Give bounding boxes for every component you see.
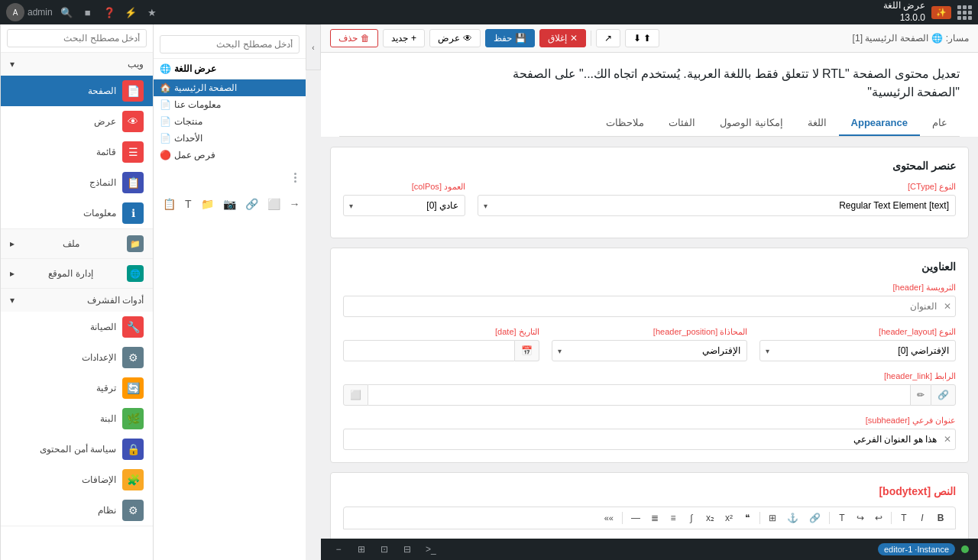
tree-item-events[interactable]: الأحداث 📄 [154,130,306,147]
editor-btn-italic[interactable]: I [914,510,931,526]
link-icon-button[interactable]: 🔗 [931,384,956,406]
status-expand[interactable]: ⊞ [353,542,370,556]
tree-action-1[interactable]: → [287,195,303,213]
header-align-select[interactable]: الإفتراضي [552,340,748,361]
sidebar-item-page[interactable]: الصفحة 📄 [1,76,153,106]
tab-access[interactable]: إمكانية الوصول [708,111,795,136]
status-terminal[interactable]: >_ [422,542,440,556]
sidebar-section-file-header[interactable]: ▸ ملف 📁 [1,229,153,258]
link-edit-button[interactable]: ✏ [910,384,931,406]
editor-btn-table[interactable]: ⊞ [764,510,781,526]
instance-badge[interactable]: editor-1 ·Instance [878,543,955,555]
external-link-button[interactable]: ↗ [596,29,620,47]
sidebar-item-environment[interactable]: البنة 🌿 [1,403,153,434]
editor-btn-align-left[interactable]: ≡ [665,510,682,526]
status-minimize[interactable]: − [330,542,347,556]
tree-item-products[interactable]: منتجات 📄 [154,113,306,130]
sidebar-section-web-header[interactable]: ▾ ويب [1,53,153,76]
tree-menu[interactable] [154,163,306,192]
tree-action-3[interactable]: 🔗 [242,195,261,213]
date-input[interactable] [343,340,515,361]
sidebar-item-system[interactable]: نظام ⚙ [1,495,153,526]
bookmark-icon[interactable]: ★ [144,5,160,20]
header-field-group: الترويسة [header] ✕ [343,282,956,317]
tab-general[interactable]: عام [920,111,960,136]
tree-root[interactable]: عرض اللغة 🌐 [154,59,306,79]
editor-btn-format[interactable]: T [834,510,850,526]
sidebar-item-settings[interactable]: الإعدادات ⚙ [1,342,153,373]
editor-btn-redo[interactable]: ↪ [852,510,869,526]
tree-item-about[interactable]: معلومات عنا 📄 [154,96,306,113]
apps-grid-icon[interactable] [957,5,972,20]
tab-appearance[interactable]: Appearance [839,111,920,136]
editor-btn-text[interactable]: T [895,510,912,526]
tree-action-7[interactable]: 📋 [160,195,179,213]
editor-sep-3 [759,512,760,524]
collapse-tree-button[interactable]: ‹ [306,24,321,70]
tree-action-5[interactable]: 📁 [198,195,217,213]
tree-item-jobs[interactable]: فرص عمل 🔴 [154,147,306,163]
col-select[interactable]: عادي [0] [343,195,465,216]
tree-action-4[interactable]: 📷 [220,195,239,213]
editor-btn-anchor[interactable]: ⚓ [782,510,803,526]
body-title: النص [bodytext] [343,485,956,497]
new-button[interactable]: + جديد [383,29,425,47]
editor-btn-align-right[interactable]: ≣ [646,510,663,526]
grid-view-icon[interactable]: ■ [80,5,96,20]
sidebar-item-list[interactable]: قائمة ☰ [1,137,153,167]
share-button[interactable]: ⬆ ⬇ [625,29,659,47]
editor-btn-bold[interactable]: B [932,510,949,526]
header-clear-button[interactable]: ✕ [944,301,951,312]
tree-action-6[interactable]: T [182,195,195,213]
editor-btn-blockquote[interactable]: ❝ [739,510,756,526]
editor-btn-more[interactable]: »» [600,511,618,525]
subheader-clear-button[interactable]: ✕ [944,434,951,445]
close-button[interactable]: ✕ ✕ إغلاق إغلاق [539,29,586,47]
editor-btn-special[interactable]: ∫ [683,510,700,526]
lang-badge: ✨ [931,6,951,19]
delete-button[interactable]: 🗑 حذف [330,29,378,47]
admin-user[interactable]: A admin [6,3,53,21]
status-restore[interactable]: ⊡ [376,542,393,556]
close-icon: ✕ [570,33,578,44]
sidebar-item-maintenance[interactable]: الصيانة 🔧 [1,312,153,342]
link-input[interactable] [368,384,910,406]
sidebar-section-site-header[interactable]: ▸ إدارة الموقع 🌐 [1,259,153,288]
sidebar-item-templates[interactable]: النماذج 📋 [1,167,153,198]
type-select[interactable]: Regular Text Element [text] [478,195,956,216]
view-button[interactable]: 👁 عرض [429,29,481,47]
tab-notes[interactable]: ملاحظات [594,111,656,136]
collapse-icon: ▸ [10,238,15,249]
calendar-icon-button[interactable]: 📅 [515,340,539,361]
help-icon[interactable]: ❓ [102,5,117,20]
editor-btn-sup[interactable]: x² [721,510,737,526]
link-clear-button[interactable]: ⬜ [343,384,368,406]
editor-btn-undo[interactable]: ↩ [870,510,887,526]
header-align-group: المحاذاة [header_position] الإفتراضي [552,326,748,361]
header-type-select[interactable]: الإفتراضي [0] [759,340,956,361]
tab-language[interactable]: اللغة [795,111,839,136]
sidebar-item-addons[interactable]: الإضافات 🧩 [1,465,153,495]
sidebar-section-admin-header[interactable]: ▾ أدوات الفشرف [1,289,153,312]
search-icon[interactable]: 🔍 [59,5,74,20]
sidebar-item-info[interactable]: معلومات ℹ [1,198,153,228]
tree-item-about-label: معلومات عنا [174,99,221,110]
tree-item-home[interactable]: الصفحة الرئيسية 🏠 [154,79,306,96]
tree-search-input[interactable] [160,35,300,53]
sidebar-item-content-security[interactable]: سياسة أمن المحتوى 🔒 [1,434,153,465]
tab-fields[interactable]: الفئات [656,111,708,136]
sidebar-item-upgrade[interactable]: ترقية 🔄 [1,373,153,403]
lightning-icon[interactable]: ⚡ [123,5,138,20]
sidebar-search-input[interactable] [7,29,147,47]
lang-label: عرض اللغة [883,0,925,12]
header-input[interactable] [343,296,956,317]
editor-btn-sub[interactable]: x₂ [701,510,719,526]
editor-btn-hr[interactable]: — [627,510,645,526]
tree-action-2[interactable]: ⬜ [264,195,283,213]
subheader-input[interactable] [343,429,956,450]
sidebar-item-view[interactable]: عرض 👁 [1,106,153,137]
status-close[interactable]: ⊟ [399,542,416,556]
editor-btn-link[interactable]: 🔗 [805,510,825,526]
save-button[interactable]: 💾 حفظ [485,29,535,47]
tree-options-icon[interactable] [291,170,300,186]
